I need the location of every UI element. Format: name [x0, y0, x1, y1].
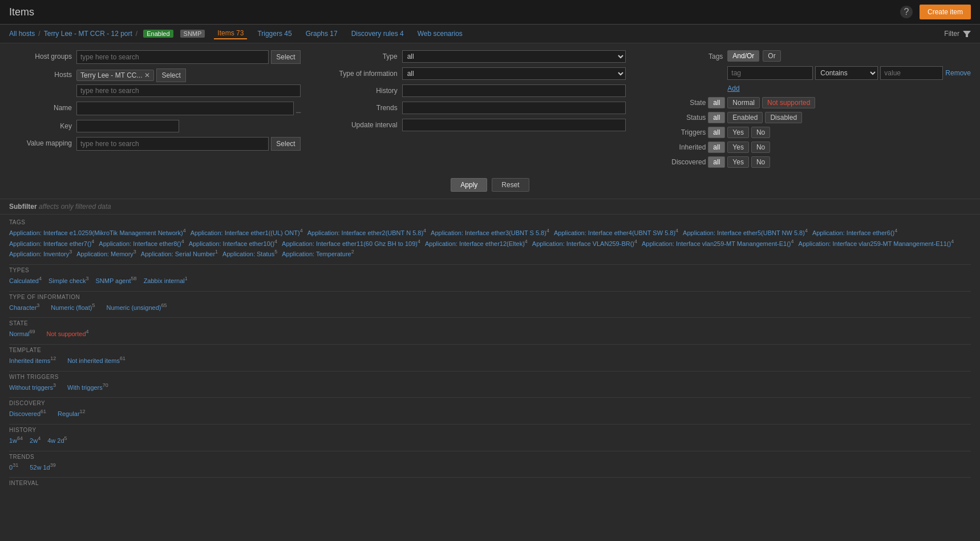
type-item-2[interactable]: Simple check3 [48, 276, 88, 284]
remove-tag-link[interactable]: Remove [945, 69, 971, 77]
value-mapping-input[interactable] [76, 137, 269, 151]
tag-item-16[interactable]: Application: Inventory3 [9, 249, 72, 257]
sub-section-with-triggers: WITH TRIGGERS Without triggers3 With tri… [9, 374, 971, 391]
tab-triggers[interactable]: Triggers 45 [254, 29, 295, 39]
state-normal-btn[interactable]: Normal [727, 97, 760, 108]
host-groups-select-btn[interactable]: Select [271, 50, 300, 64]
history-item-2[interactable]: 2w4 [30, 435, 41, 444]
tag-item-19[interactable]: Application: Status5 [222, 249, 277, 257]
all-hosts-link[interactable]: All hosts [9, 30, 35, 38]
breadcrumb-sep2: / [136, 30, 137, 38]
tag-item-11[interactable]: Application: Interface ether11(60 Ghz BH… [282, 239, 420, 247]
type-label: Type [335, 50, 398, 60]
tag-value-input[interactable] [880, 66, 943, 80]
state-all-btn[interactable]: all [708, 97, 725, 108]
sub-section-history: HISTORY 1w64 2w4 4w 2d5 [9, 427, 971, 444]
value-mapping-select-btn[interactable]: Select [271, 137, 300, 151]
state-item-normal[interactable]: Normal69 [9, 329, 35, 337]
update-interval-label: Update interval [335, 119, 398, 129]
tag-item-12[interactable]: Application: Interface ether12(Eltek)4 [425, 239, 528, 247]
tag-item-15[interactable]: Application: Interface vlan259-MT Manang… [799, 239, 954, 247]
tab-graphs[interactable]: Graphs 17 [302, 29, 341, 39]
status-all-btn[interactable]: all [708, 112, 725, 123]
tags-and-or-btn[interactable]: And/Or [727, 50, 759, 62]
inherited-no-btn[interactable]: No [751, 142, 770, 153]
tag-item-13[interactable]: Application: Interface VLAN259-BR()4 [532, 239, 637, 247]
type-item-1[interactable]: Calculated4 [9, 276, 42, 284]
filter-type-info-row: Type of information all Numeric (float) … [335, 67, 626, 80]
type-item-4[interactable]: Zabbix internal1 [144, 276, 188, 284]
apply-button[interactable]: Apply [451, 178, 487, 192]
status-enabled-btn[interactable]: Enabled [727, 112, 763, 123]
name-label: Name [9, 102, 72, 112]
name-controls: ⎯ [76, 102, 301, 115]
type-item-3[interactable]: SNMP agent58 [95, 276, 136, 284]
tag-item-8[interactable]: Application: Interface ether7()4 [9, 239, 94, 247]
tags-or-btn[interactable]: Or [763, 50, 780, 62]
reset-button[interactable]: Reset [492, 178, 529, 192]
tag-item-6[interactable]: Application: Interface ether5(UBNT NW 5.… [683, 228, 808, 236]
tag-item-14[interactable]: Application: Interface vlan259-MT Manang… [642, 239, 794, 247]
tag-name-input[interactable] [727, 66, 813, 80]
triggers-all-btn[interactable]: all [708, 127, 725, 138]
filter-toggle[interactable]: Filter [944, 30, 971, 38]
name-input[interactable] [76, 102, 294, 115]
filter-action-row: Apply Reset [9, 178, 971, 192]
tag-item-1[interactable]: Application: Interface e1.0259(MikroTik … [9, 228, 186, 236]
help-icon[interactable]: ? [900, 6, 913, 18]
trends-input[interactable] [402, 102, 626, 114]
history-input[interactable] [402, 84, 626, 97]
subfilter-content: TAGS Application: Interface e1.0259(Mikr… [0, 215, 980, 498]
inherited-yes-btn[interactable]: Yes [727, 142, 749, 153]
tag-item-7[interactable]: Application: Interface ether6()4 [812, 228, 897, 236]
tab-web-scenarios[interactable]: Web scenarios [414, 29, 466, 39]
tag-item-5[interactable]: Application: Interface ether4(UBNT SW 5.… [554, 228, 678, 236]
discovered-no-btn[interactable]: No [751, 156, 770, 168]
state-not-supported-btn[interactable]: Not supported [762, 97, 815, 108]
discovery-item-2[interactable]: Regular12 [58, 409, 86, 417]
hosts-select-btn[interactable]: Select [156, 68, 185, 82]
template-item-1[interactable]: Inherited items12 [9, 356, 56, 364]
type-info-item-2[interactable]: Numeric (float)5 [51, 302, 95, 311]
host-link[interactable]: Terry Lee - MT CCR - 12 port [44, 30, 132, 38]
tag-item-20[interactable]: Application: Temperature2 [282, 249, 354, 257]
tag-item-18[interactable]: Application: Serial Number1 [141, 249, 218, 257]
inherited-all-btn[interactable]: all [708, 142, 725, 153]
history-item-1[interactable]: 1w64 [9, 435, 23, 444]
trends-item-1[interactable]: 031 [9, 462, 18, 471]
discovered-yes-btn[interactable]: Yes [727, 156, 749, 168]
type-select[interactable]: all Zabbix agent SNMP agent Calculated [402, 50, 626, 63]
type-info-item-1[interactable]: Character3 [9, 302, 39, 311]
host-tag-remove[interactable]: ✕ [144, 71, 150, 79]
history-item-3[interactable]: 4w 2d5 [47, 435, 67, 444]
discovered-all-btn[interactable]: all [708, 156, 725, 168]
type-info-item-3[interactable]: Numeric (unsigned)65 [106, 302, 167, 311]
key-input[interactable] [76, 120, 179, 132]
state-item-not-supported[interactable]: Not supported4 [46, 329, 88, 337]
trends-item-2[interactable]: 52w 1d39 [30, 462, 56, 471]
tab-discovery-rules[interactable]: Discovery rules 4 [348, 29, 407, 39]
filter-discovered-row: Discovered all Yes No [660, 156, 971, 168]
tag-item-17[interactable]: Application: Memory3 [76, 249, 136, 257]
tag-item-3[interactable]: Application: Interface ether2(UBNT N 5.8… [307, 228, 426, 236]
triggers-no-btn[interactable]: No [751, 127, 770, 138]
tag-item-10[interactable]: Application: Interface ether10()4 [189, 239, 277, 247]
with-triggers-item-1[interactable]: Without triggers3 [9, 382, 56, 391]
tag-item-2[interactable]: Application: Interface ether1((UL) ONT)4 [191, 228, 303, 236]
triggers-label: Triggers [660, 128, 706, 136]
status-disabled-btn[interactable]: Disabled [765, 112, 802, 123]
hosts-search-input[interactable] [76, 84, 301, 97]
update-interval-input[interactable] [402, 119, 626, 131]
triggers-yes-btn[interactable]: Yes [727, 127, 749, 138]
create-item-button[interactable]: Create item [920, 5, 971, 19]
add-tag-link[interactable]: Add [727, 84, 739, 92]
tag-item-4[interactable]: Application: Interface ether3(UBNT S 5.8… [431, 228, 549, 236]
tag-item-9[interactable]: Application: Interface ether8()4 [99, 239, 184, 247]
with-triggers-item-2[interactable]: With triggers70 [67, 382, 108, 391]
discovery-item-1[interactable]: Discovered61 [9, 409, 46, 417]
type-info-select[interactable]: all Numeric (float) Character [402, 67, 626, 80]
template-item-2[interactable]: Not inherited items61 [67, 356, 125, 364]
host-groups-input[interactable] [76, 50, 269, 64]
tag-condition-select[interactable]: Contains Equals Does not contain [815, 66, 878, 80]
tab-items[interactable]: Items 73 [214, 28, 247, 39]
